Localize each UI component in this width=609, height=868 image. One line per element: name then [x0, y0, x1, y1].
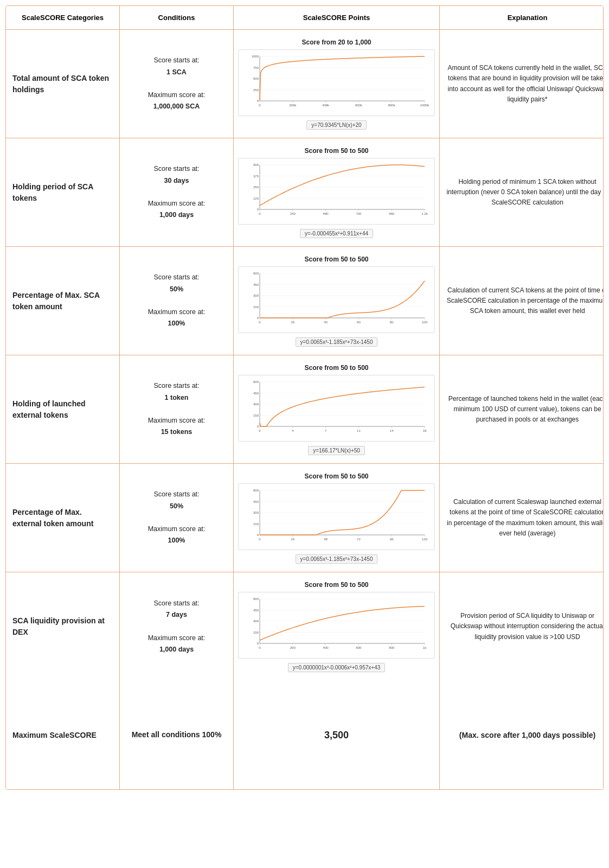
svg-text:450: 450	[253, 500, 259, 503]
svg-text:0: 0	[259, 321, 261, 324]
chart: 0150300450600047111418	[238, 375, 435, 442]
formula-label: y=70.9345*LN(x)+20	[306, 120, 366, 130]
svg-text:250: 250	[253, 186, 259, 189]
svg-text:450: 450	[253, 283, 259, 286]
explanation-cell: Calculation of current Scaleswap launche…	[440, 464, 604, 572]
svg-text:0: 0	[259, 646, 261, 649]
svg-text:0: 0	[259, 212, 261, 215]
svg-text:600: 600	[253, 272, 259, 275]
category-cell: Percentage of Max. SCA token amount	[6, 247, 120, 355]
svg-text:600: 600	[356, 646, 362, 649]
svg-text:0: 0	[257, 642, 259, 645]
score-range-label: Score from 50 to 500	[304, 147, 368, 155]
table-row: Total amount of SCA token holdingsScore …	[6, 30, 603, 138]
svg-text:150: 150	[253, 305, 259, 308]
svg-text:960: 960	[389, 212, 395, 215]
category-cell: Holding of launched external tokens	[6, 355, 120, 463]
svg-text:1000k: 1000k	[420, 104, 428, 107]
svg-text:480: 480	[323, 212, 329, 215]
points-cell: Score from 50 to 50001503004506000244872…	[234, 464, 440, 572]
svg-text:600: 600	[253, 380, 259, 384]
category-cell: Total amount of SCA token holdings	[6, 30, 120, 138]
svg-text:800: 800	[389, 646, 395, 649]
svg-text:60: 60	[357, 321, 361, 324]
table-row: SCA liquidity provision at DEXScore star…	[6, 572, 603, 681]
score-range-label: Score from 50 to 500	[304, 581, 368, 589]
explanation-cell: Provision period of SCA liquidity to Uni…	[440, 572, 604, 681]
chart: 015030045060002004006008001k	[238, 592, 435, 659]
category-cell: SCA liquidity provision at DEX	[6, 572, 120, 681]
svg-text:1k: 1k	[422, 646, 426, 649]
svg-text:72: 72	[357, 538, 361, 541]
svg-text:0: 0	[259, 104, 261, 107]
header-col4: Explanation	[440, 6, 604, 29]
header-col1: ScaleSCORE Categories	[6, 6, 120, 29]
table-body: Total amount of SCA token holdingsScore …	[6, 30, 603, 681]
svg-text:400k: 400k	[322, 104, 330, 107]
condition-cell: Score starts at: 50%Maximum score at:100…	[120, 247, 234, 355]
svg-text:300: 300	[253, 511, 259, 514]
svg-text:48: 48	[324, 538, 328, 541]
svg-text:80: 80	[389, 321, 393, 324]
svg-text:150: 150	[253, 413, 259, 417]
svg-text:300: 300	[253, 403, 259, 406]
svg-text:14: 14	[389, 429, 393, 432]
svg-text:250: 250	[253, 88, 259, 91]
points-cell: Score from 20 to 1,000025050075010000200…	[234, 30, 440, 138]
footer-category: Maximum ScaleSCORE	[6, 681, 120, 789]
svg-text:150: 150	[253, 522, 259, 525]
svg-text:125: 125	[253, 196, 259, 200]
svg-text:0: 0	[257, 425, 259, 428]
svg-text:200: 200	[290, 646, 296, 649]
svg-text:375: 375	[253, 174, 259, 177]
chart: 012525037550002404807209601.2k	[238, 158, 435, 225]
header-col2: Conditions	[120, 6, 234, 29]
svg-text:0: 0	[259, 538, 261, 541]
svg-text:11: 11	[357, 429, 361, 432]
svg-text:4: 4	[292, 429, 294, 432]
svg-text:1000: 1000	[251, 55, 259, 58]
svg-text:0: 0	[257, 533, 259, 537]
condition-cell: Score starts at: 50%Maximum score at:100…	[120, 464, 234, 572]
svg-text:600: 600	[253, 489, 259, 492]
category-cell: Percentage of Max. external token amount	[6, 464, 120, 572]
points-cell: Score from 50 to 50001503004506000200400…	[234, 572, 440, 681]
svg-text:600k: 600k	[355, 104, 362, 107]
score-range-label: Score from 50 to 500	[304, 473, 368, 480]
condition-cell: Score starts at: 1 SCAMaximum score at:1…	[120, 30, 234, 138]
svg-text:120: 120	[421, 538, 427, 541]
svg-text:400: 400	[323, 646, 329, 649]
footer-condition: Meet all conditions 100%	[120, 681, 234, 789]
svg-text:500: 500	[253, 77, 259, 80]
svg-text:0: 0	[257, 208, 259, 211]
svg-text:200k: 200k	[289, 104, 297, 107]
svg-text:600: 600	[253, 597, 259, 601]
svg-text:500: 500	[253, 163, 259, 167]
points-cell: Score from 50 to 50001503004506000204060…	[234, 247, 440, 355]
points-cell: Score from 50 to 50001503004506000471114…	[234, 355, 440, 463]
svg-text:240: 240	[290, 212, 296, 215]
points-cell: Score from 50 to 50001252503755000240480…	[234, 138, 440, 246]
formula-label: y=0.0065x³-1.185x²+73x-1450	[296, 554, 378, 564]
formula-label: y=0.0065x³-1.185x²+73x-1450	[296, 337, 378, 347]
condition-cell: Score starts at: 7 daysMaximum score at:…	[120, 572, 234, 681]
svg-text:450: 450	[253, 391, 259, 394]
condition-cell: Score starts at:1 tokenMaximum score at:…	[120, 355, 234, 463]
condition-cell: Score starts at:30 daysMaximum score at:…	[120, 138, 234, 246]
formula-label: y=-0.000455x²+0.911x+44	[300, 229, 373, 238]
explanation-cell: Amount of SCA tokens currently held in t…	[440, 30, 604, 138]
svg-text:0: 0	[257, 316, 259, 320]
svg-text:18: 18	[422, 429, 426, 432]
chart: 0150300450600024487296120	[238, 483, 435, 550]
formula-label: y=166.17*LN(x)+50	[308, 446, 365, 455]
svg-text:300: 300	[253, 620, 259, 623]
footer-explanation: (Max. score after 1,000 days possible)	[440, 681, 604, 789]
footer-row: Maximum ScaleSCORE Meet all conditions 1…	[6, 681, 603, 789]
svg-text:1.2k: 1.2k	[421, 212, 428, 215]
svg-text:96: 96	[389, 538, 393, 541]
table-row: Holding of launched external tokensScore…	[6, 355, 603, 464]
svg-text:750: 750	[253, 66, 259, 69]
explanation-cell: Calculation of current SCA tokens at the…	[440, 247, 604, 355]
svg-text:20: 20	[291, 321, 294, 324]
main-table: ScaleSCORE Categories Conditions ScaleSC…	[5, 5, 604, 790]
